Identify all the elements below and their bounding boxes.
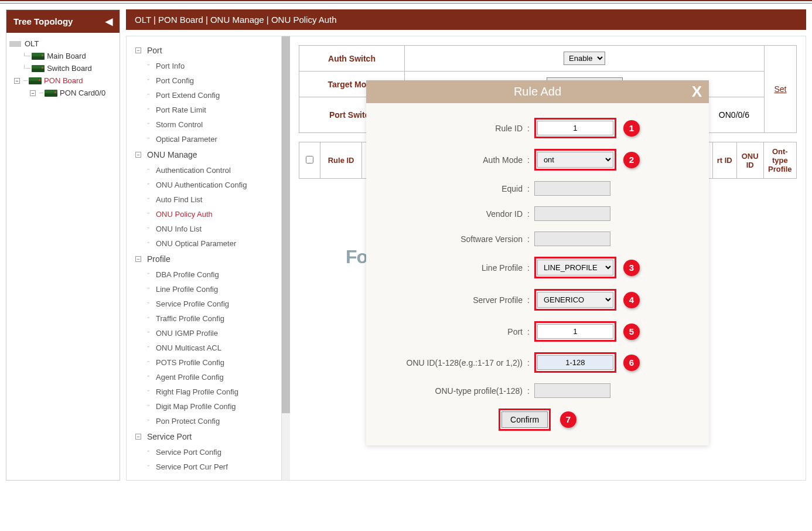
software-version-label: Software Version	[384, 234, 527, 244]
nav-group-onu-manage[interactable]: − ONU Manage	[127, 147, 281, 163]
minus-icon[interactable]: −	[135, 434, 141, 440]
tree-node-switch-board[interactable]: └─ Switch Board	[9, 62, 117, 74]
nav-item-auth-control[interactable]: Authentication Control	[127, 163, 281, 178]
col-ont-type: Ont-type Profile	[763, 142, 796, 179]
nav-item-port-config[interactable]: Port Config	[127, 73, 281, 88]
nav-item-onu-optical-param[interactable]: ONU Optical Parameter	[127, 236, 281, 251]
nav-item-storm-control[interactable]: Storm Control	[127, 117, 281, 132]
callout-2: 2	[623, 152, 640, 168]
select-all-checkbox[interactable]	[306, 156, 313, 164]
nav-item-service-port-config[interactable]: Service Port Config	[127, 445, 281, 459]
collapse-arrow-icon[interactable]: ◀	[105, 16, 112, 27]
nav-item-service-port-cur-perf[interactable]: Service Port Cur Perf	[127, 459, 281, 474]
nav-item-auto-find-list[interactable]: Auto Find List	[127, 192, 281, 207]
software-version-input	[534, 232, 610, 246]
vendor-id-input	[534, 206, 610, 221]
line-profile-select[interactable]: LINE_PROFILE	[537, 260, 613, 275]
minus-icon[interactable]: −	[135, 47, 141, 53]
minus-icon[interactable]: −	[135, 256, 141, 262]
col-rule-id: Rule ID	[320, 142, 362, 179]
middle-nav: − Port Port Info Port Config Port Extend…	[127, 36, 282, 480]
col-onu-id: ONU ID	[736, 142, 763, 179]
equid-label: Equid	[384, 184, 527, 193]
port-label: Port	[384, 327, 527, 336]
nav-item-onu-igmp-profile[interactable]: ONU IGMP Profile	[127, 326, 281, 341]
sidebar-title: Tree Topology	[13, 16, 73, 26]
callout-4: 4	[623, 292, 640, 308]
rule-id-input[interactable]	[537, 121, 613, 135]
breadcrumb: OLT | PON Board | ONU Manage | ONU Polic…	[126, 9, 806, 30]
tree-node-main-board[interactable]: └─ Main Board	[9, 50, 117, 62]
rule-add-modal: Rule Add X Rule ID : 1 Auth Mode :	[366, 80, 709, 445]
nav-item-port-info[interactable]: Port Info	[127, 59, 281, 73]
nav-item-service-profile[interactable]: Service Profile Config	[127, 297, 281, 311]
nav-item-optical-parameter[interactable]: Optical Parameter	[127, 132, 281, 147]
nav-item-onu-auth-config[interactable]: ONU Authentication Config	[127, 178, 281, 192]
set-link[interactable]: Set	[774, 84, 786, 94]
callout-3: 3	[623, 260, 640, 276]
nav-item-pots-profile[interactable]: POTS Profile Config	[127, 355, 281, 370]
nav-item-onu-info-list[interactable]: ONU Info List	[127, 222, 281, 236]
onu-id-label: ONU ID(1-128(e.g.:1-17 or 1,2))	[384, 358, 527, 367]
content-area: Auth Switch Enable Set Target Mode	[290, 36, 806, 480]
nav-item-agent-profile[interactable]: Agent Profile Config	[127, 370, 281, 384]
callout-7: 7	[560, 411, 576, 428]
onu-id-input[interactable]	[537, 355, 613, 370]
nav-item-right-flag-profile[interactable]: Right Flag Profile Config	[127, 384, 281, 399]
confirm-button[interactable]: Confirm	[501, 411, 548, 428]
port-switch-note: ON0/0/6	[719, 110, 749, 120]
col-port-id: rt ID	[712, 142, 736, 179]
nav-group-service-port[interactable]: − Service Port	[127, 428, 281, 445]
rule-id-label: Rule ID	[384, 124, 527, 133]
onu-type-profile-input	[534, 383, 610, 398]
nav-item-dba-profile[interactable]: DBA Profile Config	[127, 267, 281, 282]
auth-switch-label: Auth Switch	[299, 46, 405, 72]
minus-icon[interactable]: −	[135, 152, 141, 158]
nav-group-port[interactable]: − Port	[127, 42, 281, 59]
line-profile-label: Line Profile	[384, 263, 527, 273]
nav-item-port-rate-limit[interactable]: Port Rate Limit	[127, 103, 281, 117]
auth-switch-select[interactable]: Enable	[564, 52, 605, 65]
nav-group-profile[interactable]: − Profile	[127, 251, 281, 267]
server-profile-label: Server Profile	[384, 295, 527, 305]
nav-item-onu-policy-auth[interactable]: ONU Policy Auth	[127, 207, 281, 222]
nav-item-pon-protect[interactable]: Pon Protect Config	[127, 414, 281, 428]
nav-item-line-profile[interactable]: Line Profile Config	[127, 282, 281, 297]
nav-item-onu-multicast-acl[interactable]: ONU Multicast ACL	[127, 341, 281, 355]
tree-node-pon-card[interactable]: − ─ PON Card0/0	[9, 87, 117, 99]
tree-node-olt[interactable]: OLT	[9, 38, 117, 50]
left-sidebar: Tree Topology ◀ OLT └─ Main Board └─ Swi…	[6, 9, 120, 481]
vendor-id-label: Vendor ID	[384, 209, 527, 219]
tree-topology: OLT └─ Main Board └─ Switch Board − ─ PO…	[6, 33, 120, 104]
nav-item-digit-map-profile[interactable]: Digit Map Profile Config	[127, 399, 281, 414]
callout-6: 6	[623, 355, 640, 371]
nav-item-port-extend-config[interactable]: Port Extend Config	[127, 88, 281, 103]
minus-icon[interactable]: −	[14, 78, 20, 84]
onu-type-profile-label: ONU-type profile(1-128)	[384, 386, 527, 396]
minus-icon[interactable]: −	[30, 90, 36, 96]
tree-node-pon-board[interactable]: − ─ PON Board	[9, 74, 117, 87]
modal-title: Rule Add	[514, 85, 561, 98]
callout-5: 5	[623, 324, 640, 340]
scrollbar-thumb[interactable]	[282, 36, 290, 413]
sidebar-header: Tree Topology ◀	[6, 10, 120, 33]
nav-item-traffic-profile[interactable]: Traffic Profile Config	[127, 311, 281, 326]
port-input[interactable]	[537, 324, 613, 339]
modal-header: Rule Add X	[366, 80, 709, 103]
auth-mode-label: Auth Mode	[384, 155, 527, 165]
server-profile-select[interactable]: GENERICO	[537, 292, 613, 308]
close-icon[interactable]: X	[692, 83, 702, 101]
auth-mode-select[interactable]: ont	[537, 152, 613, 168]
callout-1: 1	[623, 120, 640, 137]
equid-input	[534, 181, 610, 196]
scrollbar[interactable]	[282, 36, 290, 480]
